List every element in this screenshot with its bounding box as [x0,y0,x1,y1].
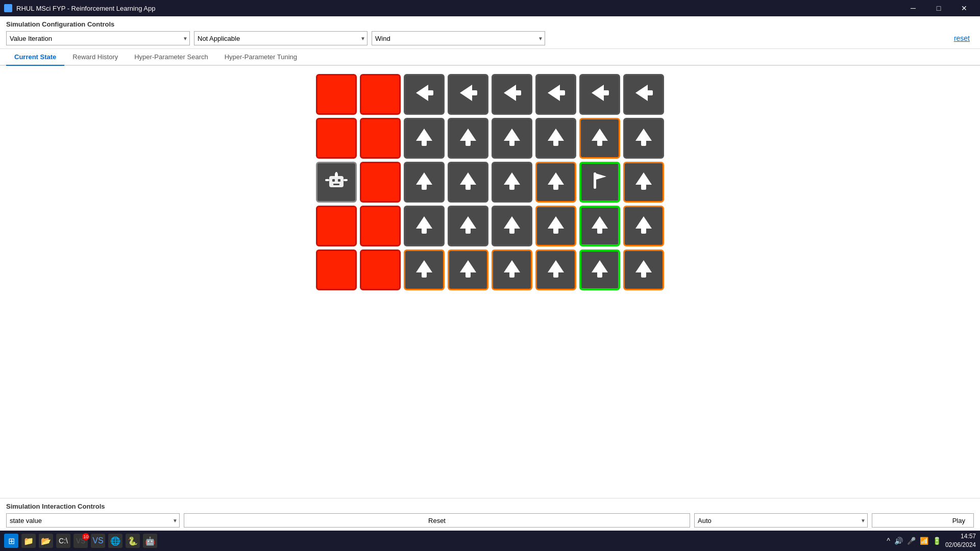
svg-marker-34 [460,172,476,185]
left-arrow-icon [457,82,479,107]
time: 14:57 [945,532,976,541]
chevron-up-icon[interactable]: ^ [887,537,890,545]
state-value-select[interactable]: state value policy [6,513,180,528]
svg-marker-8 [592,85,604,101]
robot-icon [325,169,348,196]
battery-icon[interactable]: 🔋 [933,537,941,545]
play-button[interactable]: Play [872,513,974,528]
svg-marker-62 [548,260,564,272]
svg-rect-13 [422,140,427,146]
grid-cell-r2-c6 [579,162,620,203]
grid-cell-r4-c7 [623,249,664,290]
mic-icon[interactable]: 🎤 [907,537,916,545]
python-icon[interactable]: 🐍 [126,534,140,548]
reset-button[interactable]: reset [950,32,974,44]
up-arrow-icon [501,257,523,283]
up-arrow-icon [632,213,655,239]
reset-sim-button[interactable]: Reset [184,513,690,528]
grid-cell-r3-c6 [579,206,620,246]
taskbar: ⊞ 📁 📂 C:\ VS 10 VS 🌐 🐍 🤖 ^ 🔊 🎤 📶 🔋 14:57… [0,531,980,551]
app2-icon[interactable]: 🤖 [143,534,157,548]
svg-marker-46 [460,216,476,229]
algorithm-select[interactable]: Value Iteration Q-Learning SARSA [6,31,190,45]
auto-select[interactable]: Auto Manual [694,513,868,528]
up-arrow-icon [457,126,479,151]
svg-rect-61 [509,271,514,278]
badge-icon[interactable]: VS 10 [74,534,88,548]
svg-rect-25 [332,179,335,182]
svg-marker-14 [460,129,476,141]
up-arrow-icon [632,126,655,151]
svg-rect-57 [422,271,427,278]
start-button[interactable]: ⊞ [4,534,18,548]
terminal-icon[interactable]: C:\ [56,534,70,548]
date: 02/06/2024 [945,541,976,549]
svg-rect-23 [641,140,646,146]
grid-cell-r1-c5 [535,118,576,159]
maximize-button[interactable]: □ [927,0,950,16]
speaker-icon[interactable]: 🔊 [894,537,903,545]
grid-cell-r2-c5 [535,162,576,203]
time-display: 14:57 02/06/2024 [945,532,976,549]
taskbar-left: ⊞ 📁 📂 C:\ VS 10 VS 🌐 🐍 🤖 [4,534,157,548]
svg-rect-40 [594,172,596,189]
close-button[interactable]: ✕ [952,0,976,16]
svg-rect-9 [603,90,609,95]
minimize-button[interactable]: ─ [901,0,925,16]
grid-cell-r0-c5 [535,74,576,115]
svg-rect-1 [427,90,433,95]
svg-marker-54 [635,216,652,229]
up-arrow-icon [413,213,435,239]
svg-rect-55 [641,228,646,234]
svg-rect-43 [641,184,646,190]
svg-rect-49 [509,228,514,234]
svg-marker-48 [504,216,520,229]
grid-cell-r3-c2 [404,206,445,246]
grid-cell-r2-c2 [404,162,445,203]
grid-cell-r2-c4 [492,162,532,203]
tab-reward-history[interactable]: Reward History [64,49,126,66]
tab-hyper-parameter-search[interactable]: Hyper-Parameter Search [126,49,216,66]
grid-cell-r3-c1 [360,206,401,246]
grid-cell-r2-c0 [316,162,357,203]
svg-rect-33 [422,184,427,190]
up-arrow-icon [589,257,611,283]
grid-cell-r3-c3 [448,206,488,246]
tab-hyper-parameter-tuning[interactable]: Hyper-Parameter Tuning [216,49,305,66]
wind-select[interactable]: Wind No Wind [372,31,545,45]
folder-icon[interactable]: 📂 [39,534,53,548]
up-arrow-icon [589,126,611,151]
grid-cell-r4-c3 [448,249,488,290]
file-explorer-icon[interactable]: 📁 [21,534,36,548]
svg-marker-16 [504,129,520,141]
grid-cell-r0-c7 [623,74,664,115]
na-select[interactable]: Not Applicable [194,31,368,45]
grid-cell-r2-c3 [448,162,488,203]
taskbar-right: ^ 🔊 🎤 📶 🔋 14:57 02/06/2024 [887,532,976,549]
svg-marker-32 [416,172,432,185]
up-arrow-icon [413,169,435,195]
svg-rect-3 [471,90,477,95]
grid-cell-r4-c2 [404,249,445,290]
svg-rect-45 [422,228,427,234]
up-arrow-icon [545,169,567,195]
grid-cell-r4-c0 [316,249,357,290]
grid-cell-r1-c3 [448,118,488,159]
svg-rect-5 [515,90,521,95]
tab-current-state[interactable]: Current State [6,49,64,66]
grid-cell-r2-c1 [360,162,401,203]
up-arrow-icon [501,213,523,239]
up-arrow-icon [632,169,655,195]
config-row: Value Iteration Q-Learning SARSA ▼ Not A… [6,31,974,45]
svg-marker-66 [635,260,652,272]
svg-rect-30 [325,179,329,181]
up-arrow-icon [545,126,567,151]
na-select-wrapper: Not Applicable ▼ [194,31,368,45]
chrome-icon[interactable]: 🌐 [108,534,122,548]
grid-cell-r4-c5 [535,249,576,290]
wifi-icon[interactable]: 📶 [920,537,928,545]
svg-marker-42 [635,172,652,185]
svg-rect-63 [553,271,558,278]
vscode-icon[interactable]: VS [91,534,105,548]
svg-rect-29 [335,172,337,174]
